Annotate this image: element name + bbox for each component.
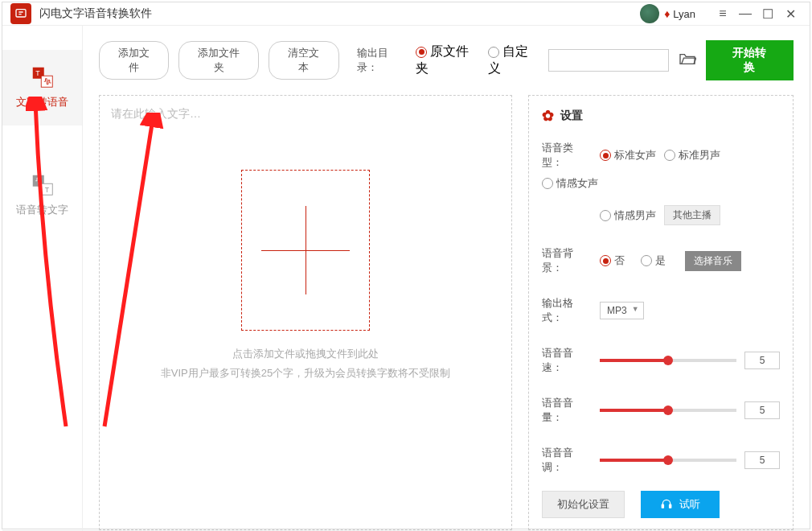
stt-icon: T <box>31 174 54 196</box>
voice-bg-no[interactable]: 否 <box>600 253 625 268</box>
sidebar-item-label: 语音转文字 <box>2 203 82 217</box>
dropzone-placeholder: 请在此输入文字… <box>111 107 500 121</box>
drop-target[interactable] <box>241 170 370 331</box>
voice-bg-yes[interactable]: 是 <box>641 253 666 268</box>
init-settings-button[interactable]: 初始化设置 <box>542 491 625 518</box>
output-format-select[interactable]: MP3 <box>600 302 644 319</box>
sidebar-item-stt[interactable]: T 语音转文字 <box>2 158 82 233</box>
add-file-button[interactable]: 添加文件 <box>99 41 169 80</box>
close-icon[interactable]: ✕ <box>779 2 802 25</box>
vip-icon: ♦ <box>664 7 670 20</box>
svg-rect-7 <box>662 504 663 508</box>
output-custom-radio[interactable]: 自定义 <box>488 43 539 77</box>
svg-text:T: T <box>44 186 49 194</box>
sidebar-item-label: 文字转语音 <box>2 95 82 109</box>
output-path-input[interactable] <box>548 49 669 72</box>
output-format-label: 输出格式： <box>542 296 592 325</box>
minimize-icon[interactable]: — <box>734 2 757 25</box>
sidebar: T 文字转语音 T 语音转文字 <box>2 26 83 530</box>
titlebar: 闪电文字语音转换软件 ♦ Lyan ≡ — ☐ ✕ <box>2 2 810 26</box>
voice-type-std-male[interactable]: 标准男声 <box>664 148 720 163</box>
voice-type-std-female[interactable]: 标准女声 <box>600 148 656 163</box>
svg-rect-0 <box>16 10 26 17</box>
add-folder-button[interactable]: 添加文件夹 <box>178 41 259 80</box>
start-convert-button[interactable]: 开始转换 <box>706 40 794 80</box>
volume-value[interactable]: 5 <box>744 401 780 419</box>
speed-value[interactable]: 5 <box>744 352 780 369</box>
pitch-slider[interactable] <box>600 459 736 462</box>
voice-type-emo-male[interactable]: 情感男声 <box>600 208 656 223</box>
pitch-value[interactable]: 5 <box>744 451 780 469</box>
clear-text-button[interactable]: 清空文本 <box>269 41 338 80</box>
volume-slider[interactable] <box>600 409 736 412</box>
sidebar-item-tts[interactable]: T 文字转语音 <box>2 50 82 126</box>
app-title: 闪电文字语音转换软件 <box>39 6 640 21</box>
maximize-icon[interactable]: ☐ <box>757 2 779 25</box>
select-music-button[interactable]: 选择音乐 <box>685 251 741 271</box>
tts-icon: T <box>31 66 54 88</box>
avatar[interactable] <box>640 4 659 23</box>
volume-label: 语音音量： <box>542 396 592 425</box>
plus-icon <box>306 206 306 294</box>
toolbar: 添加文件 添加文件夹 清空文本 输出目录： 原文件夹 自定义 开始转换 <box>99 40 794 80</box>
pitch-label: 语音音调： <box>542 446 592 475</box>
drop-hint-1: 点击添加文件或拖拽文件到此处 <box>111 347 500 361</box>
speed-slider[interactable] <box>600 359 736 362</box>
drop-hint-2: 非VIP用户最多可转换25个字，升级为会员转换字数将不受限制 <box>111 366 500 381</box>
other-anchor-button[interactable]: 其他主播 <box>664 205 720 225</box>
output-original-radio[interactable]: 原文件夹 <box>416 43 478 77</box>
settings-title: ✿ 设置 <box>542 107 780 125</box>
browse-folder-icon[interactable] <box>679 51 696 70</box>
voice-type-emo-female[interactable]: 情感女声 <box>542 176 598 191</box>
app-icon <box>10 3 31 24</box>
username[interactable]: Lyan <box>673 8 695 20</box>
svg-rect-8 <box>670 504 671 508</box>
menu-icon[interactable]: ≡ <box>712 2 734 25</box>
voice-bg-label: 语音背景： <box>542 246 592 275</box>
headphone-icon <box>660 498 673 512</box>
output-dir-label: 输出目录： <box>357 46 407 75</box>
settings-panel: ✿ 设置 语音类型： 标准女声 标准男声 情感女声 情感男声 其他主播 <box>528 95 794 530</box>
speed-label: 语音音速： <box>542 346 592 375</box>
listen-button[interactable]: 试听 <box>641 491 720 518</box>
svg-text:T: T <box>35 69 40 77</box>
voice-type-label: 语音类型： <box>542 141 592 170</box>
text-dropzone[interactable]: 请在此输入文字… 点击添加文件或拖拽文件到此处 非VIP用户最多可转换25个字，… <box>99 95 512 530</box>
gear-icon: ✿ <box>542 107 554 125</box>
